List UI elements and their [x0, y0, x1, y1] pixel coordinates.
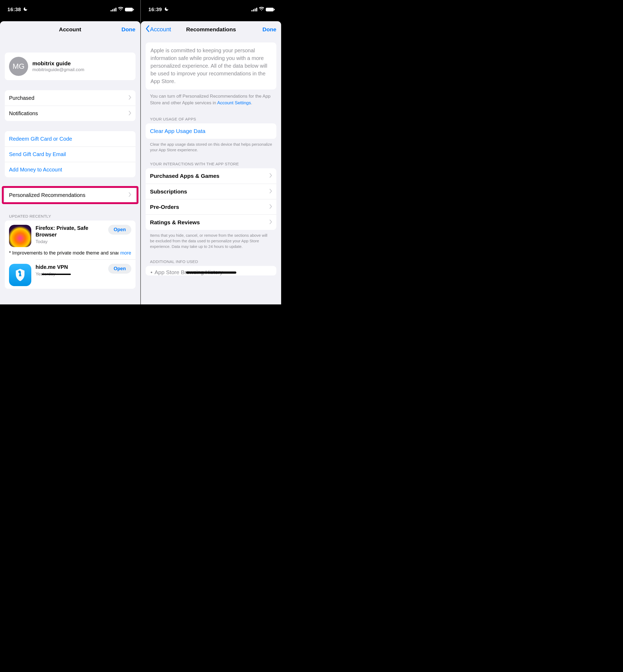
chevron-right-icon [269, 204, 272, 210]
open-app-button[interactable]: Open [108, 264, 131, 274]
battery-icon [266, 8, 274, 11]
app-title: Firefox: Private, Safe Browser [35, 225, 104, 238]
app-time-label: Today [35, 239, 104, 245]
app-title: hide.me VPN [35, 264, 104, 271]
interactions-footer: Items that you hide, cancel, or remove f… [141, 230, 281, 249]
account-settings-note: You can turn off Personalized Recommenda… [141, 89, 281, 106]
chevron-right-icon [129, 95, 131, 101]
open-app-button[interactable]: Open [108, 225, 131, 234]
chevron-left-icon [146, 25, 150, 34]
release-notes: * Improvements to the private mode theme… [5, 250, 136, 259]
do-not-disturb-icon [164, 7, 169, 12]
bullet-icon: • [150, 269, 152, 276]
additional-info-item: • App Store Browsing History [146, 266, 276, 276]
cell-signal-icon [251, 8, 257, 11]
release-notes-text: * Improvements to the private mode theme… [9, 250, 130, 256]
usage-of-apps-caption: YOUR USAGE OF APPS [141, 117, 281, 123]
chevron-right-icon [269, 173, 272, 179]
row-label: Purchased [9, 95, 34, 101]
interactions-caption: YOUR INTERACTIONS WITH THE APP STORE [141, 162, 281, 168]
status-bar: 16:39 [141, 0, 281, 21]
back-button[interactable]: Account [146, 25, 171, 34]
purchased-row[interactable]: Purchased [5, 90, 136, 106]
clock-label: 16:39 [148, 7, 162, 12]
wifi-icon [118, 7, 123, 12]
row-label: Send Gift Card by Email [9, 151, 66, 158]
redeem-gift-card-row[interactable]: Redeem Gift Card or Code [5, 131, 136, 146]
avatar: MG [9, 57, 28, 76]
personalized-recommendations-row[interactable]: Personalized Recommendations [5, 187, 136, 203]
nav-title: Account [0, 26, 140, 33]
ratings-reviews-row[interactable]: Ratings & Reviews [146, 215, 276, 230]
redaction-bar [186, 272, 236, 274]
intro-card: Apple is committed to keeping your perso… [146, 43, 276, 89]
battery-icon [125, 8, 133, 11]
profile-card[interactable]: MG mobitrix guide mobitrixguide@gmail.co… [5, 53, 136, 80]
chevron-right-icon [269, 220, 272, 225]
profile-name: mobitrix guide [32, 60, 84, 66]
clock-label: 16:38 [7, 7, 21, 12]
app-update-row-firefox[interactable]: Firefox: Private, Safe Browser Today Ope… [5, 221, 136, 250]
pre-orders-row[interactable]: Pre-Orders [146, 199, 276, 215]
more-button[interactable]: more [119, 250, 131, 256]
clear-app-usage-row[interactable]: Clear App Usage Data [146, 123, 276, 139]
subscriptions-row[interactable]: Subscriptions [146, 184, 276, 199]
firefox-app-icon [9, 225, 31, 247]
wifi-icon [259, 7, 264, 12]
done-button[interactable]: Done [121, 26, 136, 33]
app-time-label: Yesterday [35, 272, 104, 277]
app-update-row-hideme[interactable]: hide.me VPN Yesterday Open [5, 259, 136, 289]
row-label: Subscriptions [150, 189, 187, 195]
add-money-row[interactable]: Add Money to Account [5, 162, 136, 177]
row-label: Notifications [9, 110, 38, 116]
do-not-disturb-icon [23, 7, 28, 12]
send-gift-card-row[interactable]: Send Gift Card by Email [5, 146, 136, 162]
nav-bar: Account Done [0, 21, 140, 38]
row-label: Redeem Gift Card or Code [9, 136, 72, 142]
row-label: Purchased Apps & Games [150, 173, 219, 179]
account-settings-link[interactable]: Account Settings [217, 100, 251, 105]
profile-email: mobitrixguide@gmail.com [32, 67, 84, 73]
usage-footer: Clear the app usage data stored on this … [141, 139, 281, 152]
done-button[interactable]: Done [262, 26, 276, 33]
note-text: You can turn off Personalized Recommenda… [150, 94, 270, 105]
row-label: Clear App Usage Data [150, 128, 205, 134]
notifications-row[interactable]: Notifications [5, 106, 136, 121]
cell-signal-icon [111, 8, 116, 11]
updated-recently-caption: UPDATED RECENTLY [0, 214, 140, 221]
status-bar: 16:38 [0, 0, 140, 21]
nav-bar: Account Recommendations Done [141, 21, 281, 38]
chevron-right-icon [269, 189, 272, 195]
chevron-right-icon [129, 192, 131, 198]
row-label: Ratings & Reviews [150, 219, 200, 226]
hideme-app-icon [9, 264, 31, 286]
chevron-right-icon [129, 111, 131, 116]
purchased-apps-row[interactable]: Purchased Apps & Games [146, 168, 276, 184]
back-label: Account [150, 26, 171, 33]
row-label: Add Money to Account [9, 167, 62, 173]
additional-info-caption: ADDITIONAL INFO USED [141, 259, 281, 266]
row-label: Personalized Recommendations [9, 192, 85, 198]
note-text-end: . [251, 100, 252, 105]
intro-text: Apple is committed to keeping your perso… [150, 47, 272, 85]
row-label: Pre-Orders [150, 204, 179, 210]
